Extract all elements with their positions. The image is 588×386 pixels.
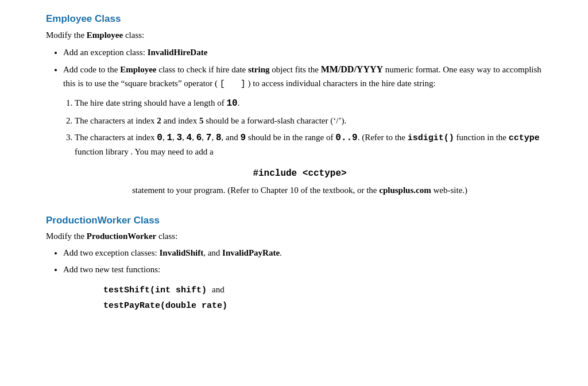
ordered2-bold2: 5 (199, 116, 204, 125)
pw-bullet2-prefix: Add two new test functions: (63, 265, 160, 274)
ordered3-suffix3: function in the (454, 133, 509, 142)
ordered3-code3: 3 (176, 133, 182, 143)
pw-code-func1: testShift(int shift) and (103, 282, 554, 298)
ordered3-code6: 7 (206, 133, 212, 143)
employee-class-section: Employee Class Modify the Employee class… (46, 11, 554, 197)
ordered-item-2: The characters at index 2 and index 5 sh… (75, 114, 554, 128)
employee-bullet-list: Add an exception class: InvalidHireDate … (63, 46, 554, 91)
ordered2-suffix: should be a forward-slash character (‘/’… (204, 116, 347, 125)
bullet2-bold3: MM/DD/YYYY (321, 64, 383, 74)
ordered3-sep6: , (211, 133, 216, 142)
ordered2-mid: and index (161, 116, 199, 125)
ordered3-code10: isdigit() (408, 133, 454, 143)
ordered3-code5: 6 (196, 133, 202, 143)
pw-bullet-item-2: Add two new test functions: (63, 263, 554, 276)
pw-intro-prefix: Modify the (46, 231, 87, 241)
ordered3-code2: 1 (167, 133, 172, 143)
ordered2-prefix: The characters at index (75, 116, 157, 125)
pw-intro-bold: ProductionWorker (87, 231, 156, 241)
bullet2-bold1: Employee (120, 65, 156, 74)
pw-bullet-item-1: Add two exception classes: InvalidShift,… (63, 246, 554, 260)
statement-prefix: statement to your program. (Refer to Cha… (132, 186, 379, 195)
bullet2-mid2: object fits the (269, 65, 320, 74)
bullet2-prefix: Add code to the (63, 65, 120, 74)
ordered-item-1: The hire date string should have a lengt… (75, 96, 554, 111)
ordered3-mid: , and (222, 133, 241, 142)
ordered3-sep5: , (202, 133, 206, 142)
pw-bullet1-suffix: . (280, 248, 282, 257)
statement-note: statement to your program. (Refer to Cha… (46, 184, 554, 197)
bullet-item-1: Add an exception class: InvalidHireDate (63, 46, 554, 59)
bullet2-mid1: class to check if hire date (156, 65, 248, 74)
include-code-block: #include <cctype> (46, 167, 554, 180)
production-worker-title: ProductionWorker Class (46, 213, 554, 228)
ordered3-sep4: , (192, 133, 196, 142)
ordered1-code: 10 (227, 98, 238, 109)
ordered3-sep3: , (182, 133, 187, 142)
pw-bullet1-sep: , and (203, 248, 222, 257)
pw-intro-suffix: class: (156, 231, 177, 241)
statement-bold: cplusplus.com (379, 186, 431, 195)
ordered3-suffix4: function library . You may need to add a (75, 147, 214, 156)
ordered1-text: The hire date string should have a lengt… (75, 98, 227, 107)
intro-prefix: Modify the (46, 30, 87, 40)
ordered-item-3: The characters at index 0, 1, 3, 4, 6, 7… (75, 131, 554, 159)
bullet2-bold2: string (248, 65, 270, 74)
bullet1-bold: InvalidHireDate (148, 48, 208, 57)
ordered1-suffix: . (238, 98, 240, 107)
employee-ordered-list: The hire date string should have a lengt… (75, 96, 554, 159)
pw-code-func2: testPayRate(double rate) (103, 298, 554, 314)
ordered3-code8: 9 (240, 133, 246, 143)
ordered3-code7: 8 (216, 133, 222, 143)
production-worker-section: ProductionWorker Class Modify the Produc… (46, 213, 554, 314)
ordered3-code11: cctype (509, 133, 540, 143)
bullet1-prefix: Add an exception class: (63, 48, 148, 57)
ordered3-code1: 0 (157, 133, 163, 143)
pw-bullet1-prefix: Add two exception classes: (63, 248, 159, 257)
pw-bullet1-bold1: InvalidShift (159, 248, 203, 257)
ordered3-suffix1: should be in the range of (246, 133, 335, 142)
intro-bold: Employee (87, 30, 123, 40)
ordered3-suffix2: . (Refer to the (358, 133, 408, 142)
pw-code-functions: testShift(int shift) and testPayRate(dou… (103, 282, 554, 314)
employee-class-title: Employee Class (46, 11, 554, 26)
ordered3-code9: 0..9 (335, 133, 357, 143)
ordered3-code4: 4 (187, 133, 192, 143)
production-bullet-list: Add two exception classes: InvalidShift,… (63, 246, 554, 277)
bullet-item-2: Add code to the Employee class to check … (63, 63, 554, 91)
pw-bullet1-bold2: InvalidPayRate (222, 248, 280, 257)
production-worker-intro: Modify the ProductionWorker class: (46, 230, 554, 243)
statement-suffix: web-site.) (431, 186, 467, 195)
ordered2-bold1: 2 (157, 116, 161, 125)
intro-suffix: class: (123, 30, 144, 40)
employee-class-intro: Modify the Employee class: (46, 29, 554, 42)
ordered3-prefix: The characters at index (75, 133, 157, 142)
